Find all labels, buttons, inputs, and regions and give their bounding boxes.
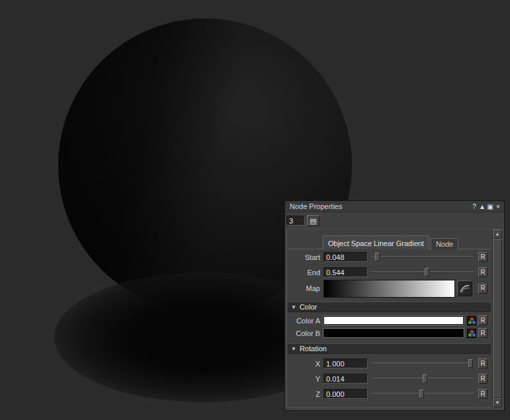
map-reset-button[interactable]: R bbox=[478, 284, 488, 294]
panel-title: Node Properties bbox=[287, 202, 470, 210]
rotation-y-label: Y bbox=[288, 375, 323, 383]
color-b-swatch[interactable] bbox=[323, 329, 464, 337]
scroll-down-button[interactable]: ▼ bbox=[493, 398, 502, 407]
form-icon: ▤ bbox=[310, 217, 316, 225]
rotation-y-reset-button[interactable]: R bbox=[478, 374, 488, 384]
start-slider[interactable] bbox=[371, 252, 474, 262]
start-reset-button[interactable]: R bbox=[478, 252, 488, 262]
slider-track bbox=[371, 271, 474, 272]
close-icon[interactable]: × bbox=[494, 203, 502, 210]
color-section-header[interactable]: ▼ Color bbox=[288, 302, 491, 312]
slider-handle[interactable] bbox=[419, 390, 424, 398]
color-b-row: Color B R bbox=[288, 327, 488, 339]
slider-handle[interactable] bbox=[425, 268, 429, 276]
panel-titlebar[interactable]: Node Properties ? ▲ ▣ × bbox=[285, 201, 504, 212]
restore-icon[interactable]: ▣ bbox=[486, 203, 494, 210]
tab-label: Node bbox=[436, 240, 453, 248]
tab-label: Object Space Linear Gradient bbox=[328, 239, 424, 247]
rotation-y-row: Y R bbox=[288, 373, 488, 384]
end-row: End R bbox=[288, 267, 488, 278]
section-label: Color bbox=[300, 303, 317, 311]
rotation-z-input[interactable] bbox=[323, 389, 368, 399]
slider-handle[interactable] bbox=[423, 374, 427, 383]
gradient-map-preview[interactable] bbox=[323, 280, 455, 298]
end-input[interactable] bbox=[323, 267, 368, 277]
gradient-edit-button[interactable] bbox=[457, 280, 472, 296]
color-b-label: Color B bbox=[288, 329, 323, 337]
slider-handle[interactable] bbox=[468, 359, 473, 368]
tab-node[interactable]: Node bbox=[431, 238, 458, 249]
scroll-up-button[interactable]: ▲ bbox=[493, 230, 502, 239]
map-row: Map R bbox=[288, 279, 488, 298]
help-icon[interactable]: ? bbox=[470, 203, 478, 210]
rotation-z-reset-button[interactable]: R bbox=[478, 389, 488, 399]
node-index-input[interactable] bbox=[286, 216, 305, 226]
slider-track bbox=[371, 362, 474, 363]
end-label: End bbox=[288, 269, 323, 276]
color-a-row: Color A R bbox=[288, 315, 488, 326]
rotation-y-slider[interactable] bbox=[371, 374, 474, 384]
rotation-z-slider[interactable] bbox=[371, 389, 474, 399]
start-input[interactable] bbox=[323, 252, 368, 262]
properties-scroll-area: Object Space Linear Gradient Node Start … bbox=[286, 229, 503, 408]
color-a-label: Color A bbox=[288, 317, 323, 325]
slider-handle[interactable] bbox=[375, 253, 380, 261]
end-slider[interactable] bbox=[371, 267, 474, 277]
slider-track bbox=[371, 256, 474, 257]
scrollbar[interactable]: ▲ ▼ bbox=[492, 230, 502, 407]
map-label: Map bbox=[288, 284, 323, 292]
node-properties-panel: Node Properties ? ▲ ▣ × ▤ Object Space L… bbox=[284, 200, 505, 411]
end-reset-button[interactable]: R bbox=[478, 267, 488, 277]
scrollbar-thumb[interactable] bbox=[493, 239, 502, 398]
index-options-button[interactable]: ▤ bbox=[307, 215, 319, 226]
node-index-bar: ▤ bbox=[286, 214, 319, 228]
gradient-edit-icon bbox=[458, 282, 471, 295]
tab-bar: Object Space Linear Gradient Node bbox=[323, 235, 458, 249]
collapse-icon[interactable]: ▲ bbox=[478, 203, 486, 210]
color-b-reset-button[interactable]: R bbox=[478, 328, 488, 338]
rotation-x-label: X bbox=[288, 360, 323, 368]
rotation-x-reset-button[interactable]: R bbox=[478, 358, 488, 368]
tab-object-space-linear-gradient[interactable]: Object Space Linear Gradient bbox=[323, 235, 429, 249]
color-a-picker-button[interactable] bbox=[467, 316, 476, 325]
rotation-x-input[interactable] bbox=[323, 358, 368, 368]
color-a-reset-button[interactable]: R bbox=[478, 315, 488, 325]
rotation-y-input[interactable] bbox=[323, 374, 368, 384]
rotation-section-header[interactable]: ▼ Rotation bbox=[288, 343, 491, 354]
color-b-picker-button[interactable] bbox=[467, 329, 476, 338]
color-a-swatch[interactable] bbox=[323, 316, 464, 325]
section-collapse-icon: ▼ bbox=[291, 346, 296, 352]
section-label: Rotation bbox=[300, 345, 327, 353]
rotation-z-label: Z bbox=[288, 390, 323, 398]
start-label: Start bbox=[288, 253, 323, 261]
rotation-x-slider[interactable] bbox=[371, 358, 474, 368]
start-row: Start R bbox=[288, 251, 488, 263]
rotation-x-row: X R bbox=[288, 358, 488, 369]
section-collapse-icon: ▼ bbox=[291, 304, 296, 310]
rotation-z-row: Z R bbox=[288, 388, 488, 399]
